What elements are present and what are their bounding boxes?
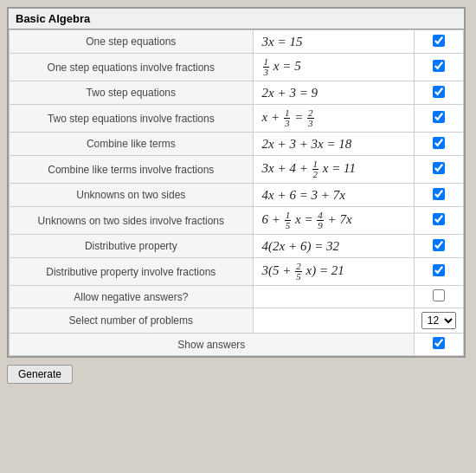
example-two-step: 2x + 3 = 9 [253,81,414,105]
table-row: Combine like terms 2x + 3 + 3x = 18 [10,133,464,156]
check-cell-two-step-fractions [414,105,463,133]
row-label-show-answers: Show answers [10,334,415,356]
row-label-one-step: One step equations [10,30,254,54]
check-cell-allow-negative [414,286,463,308]
example-two-step-fractions: x + 13 = 23 [253,105,414,133]
table-row: Select number of problems 10 12 15 20 25 [10,308,464,334]
checkbox-unknowns-two-sides-fractions[interactable] [433,213,445,225]
check-cell-distributive-fractions [414,258,463,286]
row-label-distributive: Distributive property [10,235,254,258]
checkbox-combine-like-fractions[interactable] [433,162,445,174]
example-allow-negative [253,286,414,308]
table-row: Two step equations involve fractions x +… [10,105,464,133]
check-cell-one-step [414,30,463,54]
basic-algebra-panel: Basic Algebra One step equations 3x = 15… [7,7,466,358]
checkbox-two-step[interactable] [433,86,445,98]
example-one-step: 3x = 15 [253,30,414,54]
check-cell-show-answers [414,334,463,356]
row-label-combine-like: Combine like terms [10,133,254,156]
check-cell-two-step [414,81,463,105]
check-cell-unknowns-two-sides [414,184,463,207]
table-row: Two step equations 2x + 3 = 9 [10,81,464,105]
table-row: Distributive property involve fractions … [10,258,464,286]
row-label-one-step-fractions: One step equations involve fractions [10,54,254,81]
check-cell-one-step-fractions [414,54,463,81]
row-label-unknowns-two-sides-fractions: Unknowns on two sides involve fractions [10,207,254,235]
checkbox-allow-negative[interactable] [433,289,445,301]
table-row: Combine like terms involve fractions 3x … [10,156,464,184]
check-cell-combine-like [414,133,463,156]
checkbox-distributive-fractions[interactable] [433,264,445,276]
row-label-unknowns-two-sides: Unknowns on two sides [10,184,254,207]
checkbox-unknowns-two-sides[interactable] [433,188,445,200]
panel-title: Basic Algebra [9,9,464,29]
check-cell-num-problems: 10 12 15 20 25 [414,308,463,334]
example-combine-like: 2x + 3 + 3x = 18 [253,133,414,156]
checkbox-one-step[interactable] [433,35,445,47]
table-row: Unknowns on two sides 4x + 6 = 3 + 7x [10,184,464,207]
checkbox-combine-like[interactable] [433,137,445,149]
example-unknowns-two-sides: 4x + 6 = 3 + 7x [253,184,414,207]
generate-button[interactable]: Generate [7,365,73,384]
table-row: Show answers [10,334,464,356]
checkbox-show-answers[interactable] [433,337,445,349]
check-cell-unknowns-two-sides-fractions [414,207,463,235]
example-combine-like-fractions: 3x + 4 + 12 x = 11 [253,156,414,184]
example-one-step-fractions: 13 x = 5 [253,54,414,81]
example-num-problems [253,308,414,334]
row-label-combine-like-fractions: Combine like terms involve fractions [10,156,254,184]
check-cell-combine-like-fractions [414,156,463,184]
table-row: One step equations 3x = 15 [10,30,464,54]
example-distributive: 4(2x + 6) = 32 [253,235,414,258]
num-problems-select[interactable]: 10 12 15 20 25 [421,312,456,329]
table-row: Allow negative answers? [10,286,464,308]
row-label-distributive-fractions: Distributive property involve fractions [10,258,254,286]
table-row: Distributive property 4(2x + 6) = 32 [10,235,464,258]
example-unknowns-two-sides-fractions: 6 + 15 x = 49 + 7x [253,207,414,235]
checkbox-one-step-fractions[interactable] [433,60,445,72]
row-label-two-step: Two step equations [10,81,254,105]
table-row: Unknowns on two sides involve fractions … [10,207,464,235]
checkbox-two-step-fractions[interactable] [433,111,445,123]
row-label-two-step-fractions: Two step equations involve fractions [10,105,254,133]
example-distributive-fractions: 3(5 + 25 x) = 21 [253,258,414,286]
checkbox-distributive[interactable] [433,239,445,251]
row-label-num-problems: Select number of problems [10,308,254,334]
check-cell-distributive [414,235,463,258]
table-row: One step equations involve fractions 13 … [10,54,464,81]
row-label-allow-negative: Allow negative answers? [10,286,254,308]
options-table: One step equations 3x = 15 One step equa… [9,29,464,356]
